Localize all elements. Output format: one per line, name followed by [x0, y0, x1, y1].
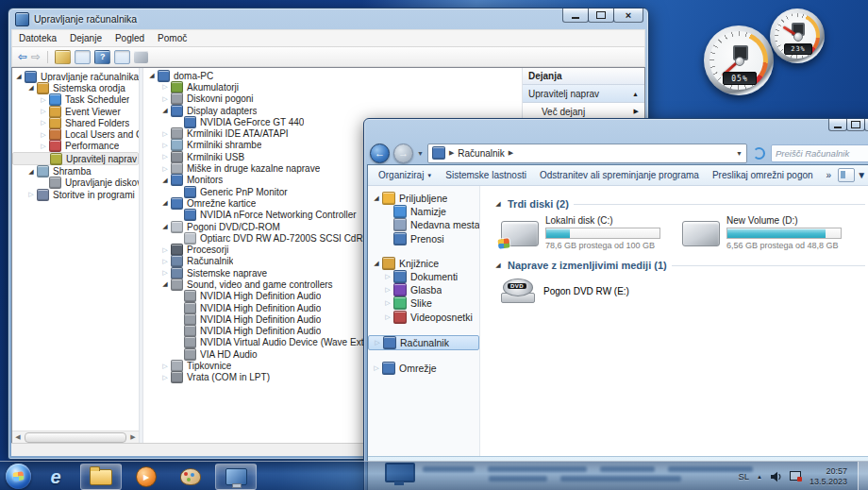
console-tree-item-local-users-and-groups[interactable]: ▷Local Users and Groups — [12, 128, 139, 140]
sidebar-item-slike[interactable]: ▷Slike — [368, 296, 479, 310]
collapse-arrow-icon[interactable]: ▲ — [632, 91, 639, 97]
drive-item-lokalni-disk-c[interactable]: Lokalni disk (C:)78,6 GB prostega od 100… — [501, 215, 661, 250]
expanded-arrow-icon[interactable]: ◢ — [160, 177, 170, 184]
collapsed-arrow-icon[interactable]: ▷ — [39, 119, 48, 127]
refresh-button[interactable] — [751, 145, 767, 161]
collapsed-arrow-icon[interactable]: ▷ — [39, 96, 48, 104]
collapsed-arrow-icon[interactable]: ▷ — [39, 131, 48, 139]
group-expanded-arrow-icon[interactable]: ◢ — [493, 200, 503, 208]
collapsed-arrow-icon[interactable]: ▷ — [160, 95, 170, 103]
removable-item-pogon-dvd-rw-e[interactable]: DVDPogon DVD RW (E:) — [501, 277, 865, 305]
language-indicator[interactable]: SL — [738, 471, 749, 482]
device-item-doma-pc[interactable]: ◢doma-PC — [143, 70, 522, 81]
sidebar-item-glasba[interactable]: ▷Glasba — [368, 283, 479, 296]
collapsed-arrow-icon[interactable]: ▷ — [160, 258, 170, 265]
cpu-meter-gadget[interactable]: 05% — [704, 25, 774, 95]
export-list-icon[interactable] — [55, 50, 71, 64]
console-tree-toggle-icon[interactable] — [75, 50, 91, 64]
menu-dejanje[interactable]: Dejanje — [63, 33, 108, 43]
show-desktop-button[interactable] — [858, 462, 868, 490]
sidebar-item-namizje[interactable]: Namizje — [368, 205, 479, 218]
sidebar-item-omre-je[interactable]: ▷Omrežje — [368, 362, 479, 375]
console-tree-item-sistemska-orodja[interactable]: ◢Sistemska orodja — [12, 82, 139, 93]
group-expanded-arrow-icon[interactable]: ◢ — [493, 262, 503, 269]
sidebar-item-dokumenti[interactable]: ▷Dokumenti — [368, 270, 479, 283]
paint-taskbar-button[interactable] — [171, 465, 210, 489]
explorer-titlebar[interactable] — [364, 119, 868, 142]
device-item-akumulatorji[interactable]: ▷Akumulatorji — [143, 81, 522, 93]
console-tree-item-event-viewer[interactable]: ▷Event Viewer — [12, 106, 139, 117]
group-header-removable[interactable]: ◢ Naprave z izmenljivimi mediji (1) — [493, 260, 865, 271]
expanded-arrow-icon[interactable]: ◢ — [26, 168, 36, 176]
menu-pogled[interactable]: Pogled — [108, 33, 151, 43]
address-dropdown-icon[interactable]: ▼ — [736, 150, 743, 157]
sidebar-item-knji-nice[interactable]: ◢Knjižnice — [368, 257, 479, 270]
forward-button[interactable]: → — [393, 144, 413, 163]
console-tree-item-shramba[interactable]: ◢Shramba — [12, 165, 139, 177]
console-tree-hscrollbar[interactable]: ◀ ▶ — [12, 431, 139, 443]
standard-mode-icon[interactable] — [134, 51, 148, 63]
collapsed-arrow-icon[interactable]: ▷ — [383, 313, 392, 321]
start-button[interactable] — [6, 464, 31, 489]
recent-pages-dropdown-icon[interactable]: ▼ — [417, 150, 424, 157]
command-sistemske-lastnosti[interactable]: Sistemske lastnosti — [439, 170, 533, 180]
breadcrumb-computer[interactable]: Računalnik — [458, 148, 504, 159]
action-pane-toggle-icon[interactable] — [114, 50, 130, 64]
maximize-button[interactable] — [588, 8, 614, 23]
forward-arrow-icon[interactable]: ⇨ — [31, 51, 41, 62]
collapsed-arrow-icon[interactable]: ▷ — [160, 142, 170, 149]
scroll-left-arrow-icon[interactable]: ◀ — [12, 432, 24, 443]
taskbar-clock[interactable]: 20:57 13.5.2023 — [810, 466, 847, 486]
drive-item-new-volume-d[interactable]: New Volume (D:)6,56 GB prostega od 48,8 … — [682, 215, 843, 250]
sidebar-item-priljubljene[interactable]: ◢Priljubljene — [368, 192, 479, 205]
collapsed-arrow-icon[interactable]: ▷ — [383, 299, 392, 307]
collapsed-arrow-icon[interactable]: ▷ — [160, 83, 170, 91]
collapsed-arrow-icon[interactable]: ▷ — [372, 364, 381, 372]
menu-pomoc[interactable]: Pomoč — [151, 33, 193, 43]
close-button[interactable]: × — [864, 119, 868, 131]
expanded-arrow-icon[interactable]: ◢ — [160, 223, 170, 230]
collapsed-arrow-icon[interactable]: ▷ — [160, 363, 170, 370]
collapsed-arrow-icon[interactable]: ▷ — [160, 130, 170, 138]
maximize-button[interactable] — [846, 119, 865, 131]
breadcrumb-arrow-icon[interactable]: ▶ — [509, 149, 513, 157]
search-input[interactable] — [771, 144, 868, 162]
minimize-button[interactable] — [828, 119, 847, 131]
collapsed-arrow-icon[interactable]: ▷ — [160, 153, 170, 161]
collapsed-arrow-icon[interactable]: ▷ — [160, 165, 170, 173]
collapsed-arrow-icon[interactable]: ▷ — [160, 269, 170, 277]
close-button[interactable]: × — [613, 8, 643, 23]
collapsed-arrow-icon[interactable]: ▷ — [373, 339, 382, 346]
help-icon[interactable]: ? — [94, 50, 110, 64]
expanded-arrow-icon[interactable]: ◢ — [160, 107, 170, 114]
windows-explorer-taskbar-button[interactable] — [80, 464, 122, 490]
actions-device-manager-item[interactable]: Upravitelj naprav ▲ — [523, 85, 644, 103]
collapsed-arrow-icon[interactable]: ▷ — [160, 246, 170, 254]
show-hidden-icons-icon[interactable]: ▲ — [757, 474, 762, 480]
expanded-arrow-icon[interactable]: ◢ — [147, 72, 157, 79]
collapsed-arrow-icon[interactable]: ▷ — [39, 108, 48, 115]
collapsed-arrow-icon[interactable]: ▷ — [383, 286, 392, 294]
console-tree-item-performance[interactable]: ▷Performance — [12, 141, 139, 152]
back-arrow-icon[interactable]: ⇦ — [18, 51, 27, 62]
mmc-titlebar[interactable]: Upravljanje računalnika — [8, 8, 648, 29]
collapsed-arrow-icon[interactable]: ▷ — [160, 374, 170, 381]
scroll-right-arrow-icon[interactable]: ▶ — [127, 432, 139, 443]
internet-explorer-taskbar-button[interactable]: e — [36, 465, 75, 489]
console-tree-item-storitve-in-programi[interactable]: ▷Storitve in programi — [12, 189, 139, 200]
command-organiziraj[interactable]: Organiziraj▼ — [372, 170, 439, 180]
media-player-taskbar-button[interactable]: ▶ — [126, 465, 166, 489]
speaker-icon[interactable] — [770, 471, 782, 482]
device-item-display-adapters[interactable]: ◢Display adapters — [143, 105, 522, 116]
expanded-arrow-icon[interactable]: ◢ — [14, 73, 24, 80]
expanded-arrow-icon[interactable]: ◢ — [372, 194, 381, 202]
collapsed-arrow-icon[interactable]: ▷ — [26, 191, 36, 198]
scrollbar-thumb[interactable] — [25, 432, 126, 443]
menu-datoteka[interactable]: Datoteka — [12, 33, 63, 43]
console-tree-item-upravitelj-naprav[interactable]: Upravitelj naprav — [12, 152, 139, 165]
expanded-arrow-icon[interactable]: ◢ — [372, 260, 381, 267]
group-header-hard-disks[interactable]: ◢ Trdi diski (2) — [493, 198, 865, 210]
command-[interactable]: » — [820, 170, 839, 180]
breadcrumb-arrow-icon[interactable]: ▶ — [449, 149, 454, 157]
sidebar-item-prenosi[interactable]: Prenosi — [368, 232, 479, 245]
